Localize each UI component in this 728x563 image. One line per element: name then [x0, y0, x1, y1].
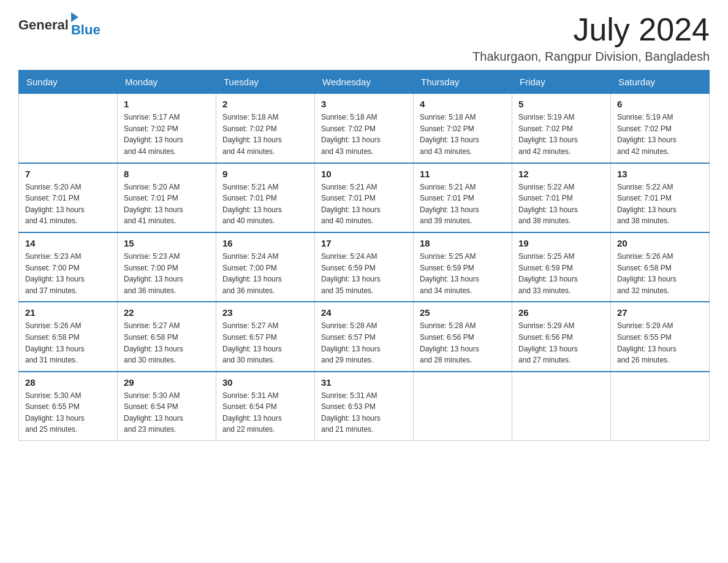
day-info: Sunrise: 5:28 AM Sunset: 6:57 PM Dayligh… [321, 320, 407, 366]
table-row: 7Sunrise: 5:20 AM Sunset: 7:01 PM Daylig… [19, 163, 118, 232]
day-number: 1 [124, 99, 210, 109]
table-row [19, 94, 118, 163]
day-number: 20 [617, 238, 703, 248]
day-info: Sunrise: 5:19 AM Sunset: 7:02 PM Dayligh… [518, 112, 604, 157]
table-row: 16Sunrise: 5:24 AM Sunset: 7:00 PM Dayli… [216, 232, 315, 302]
table-row: 3Sunrise: 5:18 AM Sunset: 7:02 PM Daylig… [315, 94, 414, 163]
table-row: 28Sunrise: 5:30 AM Sunset: 6:55 PM Dayli… [19, 372, 118, 441]
day-number: 18 [420, 238, 506, 248]
table-row: 15Sunrise: 5:23 AM Sunset: 7:00 PM Dayli… [118, 232, 216, 302]
day-number: 14 [25, 238, 111, 248]
table-row: 12Sunrise: 5:22 AM Sunset: 7:01 PM Dayli… [512, 163, 611, 232]
table-row: 26Sunrise: 5:29 AM Sunset: 6:56 PM Dayli… [512, 302, 611, 371]
day-number: 7 [25, 169, 111, 179]
table-row: 31Sunrise: 5:31 AM Sunset: 6:53 PM Dayli… [315, 372, 414, 441]
table-row: 19Sunrise: 5:25 AM Sunset: 6:59 PM Dayli… [512, 232, 611, 302]
table-row: 21Sunrise: 5:26 AM Sunset: 6:58 PM Dayli… [19, 302, 118, 371]
day-number: 16 [222, 238, 308, 248]
day-info: Sunrise: 5:27 AM Sunset: 6:57 PM Dayligh… [222, 320, 308, 366]
day-number: 30 [222, 377, 308, 388]
col-thursday: Thursday [414, 71, 512, 94]
table-row [512, 372, 611, 441]
day-number: 5 [518, 99, 604, 109]
title-area: July 2024 Thakurgaon, Rangpur Division, … [472, 12, 710, 64]
logo-general-text: General [18, 17, 69, 33]
table-row: 1Sunrise: 5:17 AM Sunset: 7:02 PM Daylig… [118, 94, 216, 163]
table-row: 22Sunrise: 5:27 AM Sunset: 6:58 PM Dayli… [118, 302, 216, 371]
day-info: Sunrise: 5:17 AM Sunset: 7:02 PM Dayligh… [124, 112, 210, 157]
table-row: 5Sunrise: 5:19 AM Sunset: 7:02 PM Daylig… [512, 94, 611, 163]
day-number: 6 [617, 99, 703, 109]
table-row: 29Sunrise: 5:30 AM Sunset: 6:54 PM Dayli… [118, 372, 216, 441]
col-friday: Friday [512, 71, 611, 94]
day-info: Sunrise: 5:30 AM Sunset: 6:55 PM Dayligh… [25, 390, 111, 435]
table-row [611, 372, 710, 441]
day-info: Sunrise: 5:21 AM Sunset: 7:01 PM Dayligh… [222, 182, 308, 227]
table-row: 11Sunrise: 5:21 AM Sunset: 7:01 PM Dayli… [414, 163, 512, 232]
day-number: 2 [222, 99, 308, 109]
calendar-table: Sunday Monday Tuesday Wednesday Thursday… [18, 70, 710, 441]
day-number: 19 [518, 238, 604, 248]
day-info: Sunrise: 5:22 AM Sunset: 7:01 PM Dayligh… [518, 182, 604, 227]
day-number: 11 [420, 169, 506, 179]
table-row: 23Sunrise: 5:27 AM Sunset: 6:57 PM Dayli… [216, 302, 315, 371]
col-tuesday: Tuesday [216, 71, 315, 94]
day-info: Sunrise: 5:21 AM Sunset: 7:01 PM Dayligh… [420, 182, 506, 227]
col-monday: Monday [118, 71, 216, 94]
day-info: Sunrise: 5:25 AM Sunset: 6:59 PM Dayligh… [420, 251, 506, 296]
calendar-week-row: 7Sunrise: 5:20 AM Sunset: 7:01 PM Daylig… [19, 163, 710, 232]
day-info: Sunrise: 5:18 AM Sunset: 7:02 PM Dayligh… [420, 112, 506, 157]
location-subtitle: Thakurgaon, Rangpur Division, Bangladesh [472, 50, 710, 64]
day-info: Sunrise: 5:30 AM Sunset: 6:54 PM Dayligh… [124, 390, 210, 435]
day-number: 29 [124, 377, 210, 388]
day-info: Sunrise: 5:20 AM Sunset: 7:01 PM Dayligh… [124, 182, 210, 227]
table-row: 27Sunrise: 5:29 AM Sunset: 6:55 PM Dayli… [611, 302, 710, 371]
day-info: Sunrise: 5:18 AM Sunset: 7:02 PM Dayligh… [222, 112, 308, 157]
day-info: Sunrise: 5:29 AM Sunset: 6:55 PM Dayligh… [617, 320, 703, 366]
day-info: Sunrise: 5:18 AM Sunset: 7:02 PM Dayligh… [321, 112, 407, 157]
day-number: 3 [321, 99, 407, 109]
table-row: 20Sunrise: 5:26 AM Sunset: 6:58 PM Dayli… [611, 232, 710, 302]
day-number: 21 [25, 307, 111, 318]
day-info: Sunrise: 5:24 AM Sunset: 6:59 PM Dayligh… [321, 251, 407, 296]
table-row: 8Sunrise: 5:20 AM Sunset: 7:01 PM Daylig… [118, 163, 216, 232]
table-row: 10Sunrise: 5:21 AM Sunset: 7:01 PM Dayli… [315, 163, 414, 232]
day-info: Sunrise: 5:26 AM Sunset: 6:58 PM Dayligh… [617, 251, 703, 296]
day-number: 15 [124, 238, 210, 248]
day-number: 10 [321, 169, 407, 179]
day-info: Sunrise: 5:27 AM Sunset: 6:58 PM Dayligh… [124, 320, 210, 366]
calendar-week-row: 14Sunrise: 5:23 AM Sunset: 7:00 PM Dayli… [19, 232, 710, 302]
calendar-header-row: Sunday Monday Tuesday Wednesday Thursday… [19, 71, 710, 94]
table-row: 14Sunrise: 5:23 AM Sunset: 7:00 PM Dayli… [19, 232, 118, 302]
table-row [414, 372, 512, 441]
table-row: 24Sunrise: 5:28 AM Sunset: 6:57 PM Dayli… [315, 302, 414, 371]
day-info: Sunrise: 5:19 AM Sunset: 7:02 PM Dayligh… [617, 112, 703, 157]
day-number: 13 [617, 169, 703, 179]
day-info: Sunrise: 5:23 AM Sunset: 7:00 PM Dayligh… [124, 251, 210, 296]
col-sunday: Sunday [19, 71, 118, 94]
day-info: Sunrise: 5:23 AM Sunset: 7:00 PM Dayligh… [25, 251, 111, 296]
day-info: Sunrise: 5:31 AM Sunset: 6:54 PM Dayligh… [222, 390, 308, 435]
day-info: Sunrise: 5:25 AM Sunset: 6:59 PM Dayligh… [518, 251, 604, 296]
day-info: Sunrise: 5:21 AM Sunset: 7:01 PM Dayligh… [321, 182, 407, 227]
col-saturday: Saturday [611, 71, 710, 94]
day-number: 23 [222, 307, 308, 318]
day-info: Sunrise: 5:24 AM Sunset: 7:00 PM Dayligh… [222, 251, 308, 296]
day-number: 8 [124, 169, 210, 179]
calendar-week-row: 1Sunrise: 5:17 AM Sunset: 7:02 PM Daylig… [19, 94, 710, 163]
day-number: 24 [321, 307, 407, 318]
table-row: 25Sunrise: 5:28 AM Sunset: 6:56 PM Dayli… [414, 302, 512, 371]
day-info: Sunrise: 5:29 AM Sunset: 6:56 PM Dayligh… [518, 320, 604, 366]
day-number: 27 [617, 307, 703, 318]
table-row: 13Sunrise: 5:22 AM Sunset: 7:01 PM Dayli… [611, 163, 710, 232]
day-info: Sunrise: 5:22 AM Sunset: 7:01 PM Dayligh… [617, 182, 703, 227]
table-row: 6Sunrise: 5:19 AM Sunset: 7:02 PM Daylig… [611, 94, 710, 163]
day-number: 31 [321, 377, 407, 388]
day-number: 28 [25, 377, 111, 388]
logo-blue-text: Blue [71, 22, 100, 38]
table-row: 17Sunrise: 5:24 AM Sunset: 6:59 PM Dayli… [315, 232, 414, 302]
day-number: 26 [518, 307, 604, 318]
calendar-week-row: 28Sunrise: 5:30 AM Sunset: 6:55 PM Dayli… [19, 372, 710, 441]
table-row: 30Sunrise: 5:31 AM Sunset: 6:54 PM Dayli… [216, 372, 315, 441]
day-number: 9 [222, 169, 308, 179]
